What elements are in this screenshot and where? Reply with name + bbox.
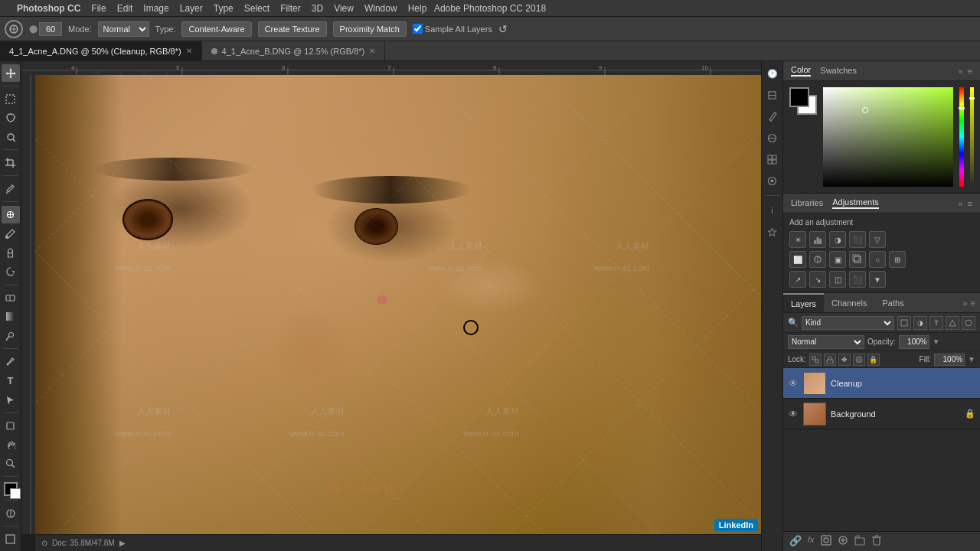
lasso-tool[interactable] xyxy=(2,109,20,127)
menu-3d[interactable]: 3D xyxy=(312,3,323,14)
hue-bar[interactable] xyxy=(959,87,964,187)
tab-acne-b[interactable]: 4_1_Acne_B.DNG @ 12.5% (RGB/8*) ✕ xyxy=(202,41,386,61)
exposure-adj-icon[interactable]: ⬛ xyxy=(849,231,866,248)
saturation-bar[interactable] xyxy=(970,87,975,187)
heal-tool-icon[interactable] xyxy=(5,20,23,38)
add-adjustment-icon[interactable] xyxy=(838,535,848,548)
menu-file[interactable]: File xyxy=(91,3,106,14)
filter-adjustment-btn[interactable]: ◑ xyxy=(913,316,927,330)
lock-artboard-btn[interactable] xyxy=(853,354,865,366)
brush-tool[interactable] xyxy=(2,225,20,243)
history-icon[interactable]: 🕐 xyxy=(763,64,782,83)
lock-transparent-btn[interactable] xyxy=(809,354,822,366)
filter-pixel-btn[interactable] xyxy=(897,316,911,330)
layer-item-background[interactable]: 👁 Background 🔒 xyxy=(783,399,980,429)
menu-window[interactable]: Window xyxy=(364,3,397,14)
heal-spot-tool[interactable] xyxy=(2,206,20,223)
lock-image-btn[interactable] xyxy=(824,354,836,366)
path-selection-tool[interactable] xyxy=(2,391,20,409)
filter-smart-btn[interactable] xyxy=(962,316,975,330)
styles-icon[interactable] xyxy=(763,171,782,190)
foreground-color[interactable] xyxy=(789,87,809,107)
panel-menu-icon[interactable]: ≡ xyxy=(968,67,972,76)
foreground-color-swatch[interactable] xyxy=(4,482,18,496)
layers-panel-collapse[interactable]: » xyxy=(962,298,967,308)
channel-mixer-adj-icon[interactable]: ○ xyxy=(869,251,886,268)
invert-adj-icon[interactable]: ↗ xyxy=(789,271,806,288)
delete-layer-icon[interactable] xyxy=(871,535,882,548)
layers-panel-menu[interactable]: ≡ xyxy=(971,298,975,308)
link-layers-icon[interactable]: 🔗 xyxy=(789,535,802,548)
curves-adj-icon[interactable]: ◑ xyxy=(829,231,846,248)
brush-size-input[interactable] xyxy=(39,22,62,36)
filter-type-btn[interactable]: T xyxy=(929,316,943,330)
zoom-tool[interactable] xyxy=(2,455,20,472)
pen-tool[interactable] xyxy=(2,353,20,370)
color-gradient-picker[interactable] xyxy=(823,87,953,187)
vibrance-adj-icon[interactable]: ▽ xyxy=(869,231,886,248)
tab-acne-a[interactable]: 4_1_Acne_A.DNG @ 50% (Cleanup, RGB/8*) ✕ xyxy=(0,41,202,61)
lock-position-btn[interactable]: ✥ xyxy=(838,354,851,366)
posterize-adj-icon[interactable]: ↘ xyxy=(809,271,826,288)
screen-mode-tool[interactable] xyxy=(2,530,20,548)
tab-acne-a-close[interactable]: ✕ xyxy=(186,47,192,55)
layers-tab-layers[interactable]: Layers xyxy=(783,293,824,312)
info-icon[interactable]: i xyxy=(763,201,782,220)
threshold-adj-icon[interactable]: ◫ xyxy=(829,271,846,288)
add-mask-icon[interactable] xyxy=(821,535,831,548)
layer-visibility-background[interactable]: 👁 xyxy=(788,409,799,419)
menu-select[interactable]: Select xyxy=(244,3,270,14)
adj-panel-menu-icon[interactable]: ≡ xyxy=(968,199,972,208)
filter-shape-btn[interactable] xyxy=(946,316,959,330)
eraser-tool[interactable] xyxy=(2,289,20,307)
layers-tab-channels[interactable]: Channels xyxy=(824,293,874,312)
type-tool[interactable]: T xyxy=(2,372,20,390)
sample-all-layers-label[interactable]: Sample All Layers xyxy=(413,24,492,34)
menu-view[interactable]: View xyxy=(334,3,354,14)
adj-panel-collapse-icon[interactable]: » xyxy=(958,199,962,208)
shape-tool[interactable] xyxy=(2,417,20,435)
quick-mask-tool[interactable] xyxy=(2,504,20,522)
quick-select-tool[interactable] xyxy=(2,129,20,146)
tab-acne-b-close[interactable]: ✕ xyxy=(369,47,375,55)
patterns-icon[interactable] xyxy=(763,150,782,168)
sample-all-layers-checkbox[interactable] xyxy=(413,24,423,34)
panel-collapse-icon[interactable]: » xyxy=(958,67,962,76)
brush-settings-icon[interactable] xyxy=(763,107,782,126)
menu-type[interactable]: Type xyxy=(214,3,234,14)
menu-help[interactable]: Help xyxy=(408,3,427,14)
dodge-tool[interactable] xyxy=(2,327,20,344)
fill-input[interactable] xyxy=(934,354,965,366)
gradient-tool[interactable] xyxy=(2,308,20,325)
content-aware-btn[interactable]: Content-Aware xyxy=(181,21,251,37)
fill-dropdown-icon[interactable]: ▼ xyxy=(968,355,975,364)
navigator-icon[interactable] xyxy=(763,223,782,241)
layer-item-cleanup[interactable]: 👁 Cleanup xyxy=(783,368,980,399)
add-style-icon[interactable]: fx xyxy=(808,535,815,548)
color-balance-adj-icon[interactable] xyxy=(809,251,826,268)
adjustments-tab[interactable]: Adjustments xyxy=(832,197,879,209)
menu-image[interactable]: Image xyxy=(143,3,168,14)
refresh-icon[interactable]: ↺ xyxy=(498,23,508,35)
menu-filter[interactable]: Filter xyxy=(280,3,301,14)
properties-icon[interactable] xyxy=(763,86,782,104)
gradient-map-adj-icon[interactable]: ⬛ xyxy=(849,271,866,288)
black-white-adj-icon[interactable]: ▣ xyxy=(829,251,846,268)
add-group-icon[interactable] xyxy=(854,535,865,548)
swatches-tab[interactable]: Swatches xyxy=(820,66,857,76)
lock-all-btn[interactable]: 🔒 xyxy=(867,354,880,366)
app-name[interactable]: Photoshop CC xyxy=(17,3,80,14)
clone-stamp-tool[interactable] xyxy=(2,244,20,262)
layers-tab-paths[interactable]: Paths xyxy=(875,293,912,312)
status-arrow[interactable]: ▶ xyxy=(119,539,126,547)
opacity-dropdown-icon[interactable]: ▼ xyxy=(933,337,940,346)
move-tool[interactable] xyxy=(2,64,20,82)
libraries-tab[interactable]: Libraries xyxy=(791,198,823,208)
menu-edit[interactable]: Edit xyxy=(117,3,133,14)
eyedropper-tool[interactable] xyxy=(2,180,20,197)
mode-select[interactable]: Normal Replace Multiply xyxy=(98,21,149,37)
opacity-input[interactable] xyxy=(899,335,929,349)
layer-visibility-cleanup[interactable]: 👁 xyxy=(788,378,799,389)
brightness-adj-icon[interactable]: ☀ xyxy=(789,231,806,248)
hue-sat-adj-icon[interactable]: ⬜ xyxy=(789,251,806,268)
